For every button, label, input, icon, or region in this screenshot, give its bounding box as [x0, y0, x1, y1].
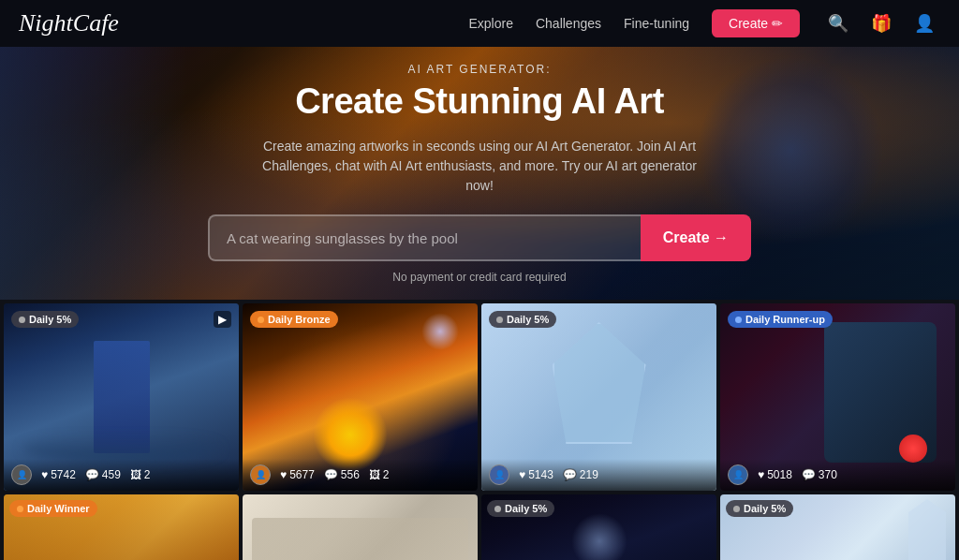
hero-description: Create amazing artworks in seconds using… [255, 137, 704, 196]
badge-dot-7 [494, 506, 501, 512]
comments-1: 💬 459 [85, 468, 121, 481]
avatar-1: 👤 [11, 464, 32, 485]
gallery-item-1[interactable]: Daily 5% ▶ 👤 ♥ 5742 💬 459 🖼 2 [4, 303, 239, 491]
profile-icon: 👤 [914, 13, 935, 34]
likes-count-4: 5018 [767, 468, 792, 481]
likes-count-1: 5742 [51, 468, 76, 481]
gallery-item-5[interactable]: Daily Winner [4, 494, 239, 560]
badge-label-7: Daily 5% [505, 503, 547, 514]
hero-search-bar: Create → [208, 214, 751, 261]
avatar-4: 👤 [728, 464, 748, 485]
badge-label-4: Daily Runner-up [745, 314, 825, 325]
create-nav-button[interactable]: Create ✏ [712, 9, 800, 37]
brand-logo[interactable]: NightCafe [19, 9, 119, 37]
gift-button[interactable]: 🎁 [865, 7, 897, 39]
likes-4: ♥ 5018 [758, 468, 792, 481]
heart-icon-2: ♥ [280, 468, 287, 481]
likes-count-2: 5677 [289, 468, 315, 481]
badge-daily-5-7: Daily 5% [487, 500, 554, 517]
likes-2: ♥ 5677 [280, 468, 315, 481]
badge-dot-1 [19, 317, 25, 323]
prompt-input[interactable] [208, 214, 641, 261]
search-button[interactable]: 🔍 [822, 7, 854, 39]
badge-label-2: Daily Bronze [268, 314, 331, 325]
nav-icon-group: 🔍 🎁 👤 [822, 7, 940, 39]
image-icon-1: 🖼 [130, 468, 141, 481]
comments-2: 💬 556 [324, 468, 360, 481]
gallery-item-2[interactable]: Daily Bronze 👤 ♥ 5677 💬 556 🖼 2 [243, 303, 478, 491]
badge-daily-5-1: Daily 5% [11, 311, 79, 328]
comments-count-3: 219 [580, 468, 598, 481]
comments-count-2: 556 [341, 468, 360, 481]
hero-content: AI ART GENERATOR: Create Stunning AI Art… [0, 63, 959, 284]
gallery-row-2: Daily Winner Daily 5% [4, 494, 955, 560]
navbar: NightCafe Explore Challenges Fine-tuning… [0, 0, 959, 47]
profile-button[interactable]: 👤 [908, 7, 940, 39]
images-2: 🖼 2 [369, 468, 390, 481]
avatar-3: 👤 [489, 464, 509, 485]
badge-dot-2 [258, 317, 264, 323]
stats-bar-3: 👤 ♥ 5143 💬 219 [481, 459, 716, 491]
heart-icon-1: ♥ [41, 468, 48, 481]
nav-link-explore[interactable]: Explore [469, 16, 513, 31]
badge-dot-3 [496, 317, 503, 323]
images-count-1: 2 [144, 468, 151, 481]
badge-label-1: Daily 5% [29, 314, 71, 325]
images-1: 🖼 2 [130, 468, 151, 481]
comments-count-1: 459 [102, 468, 121, 481]
gift-icon: 🎁 [871, 13, 892, 34]
likes-count-3: 5143 [528, 468, 553, 481]
badge-label-3: Daily 5% [507, 314, 549, 325]
badge-dot-8 [733, 506, 740, 512]
gallery-item-6[interactable] [243, 494, 478, 560]
stats-bar-1: 👤 ♥ 5742 💬 459 🖼 2 [4, 459, 239, 491]
comments-3: 💬 219 [563, 468, 598, 481]
badge-daily-5-8: Daily 5% [726, 500, 793, 517]
video-icon-1: ▶ [214, 311, 231, 328]
comment-icon-2: 💬 [324, 468, 338, 481]
heart-icon-4: ♥ [758, 468, 764, 481]
gallery-row-1: Daily 5% ▶ 👤 ♥ 5742 💬 459 🖼 2 [4, 303, 955, 491]
badge-runner-up-4: Daily Runner-up [728, 311, 833, 328]
comments-count-4: 370 [819, 468, 837, 481]
stats-bar-4: 👤 ♥ 5018 💬 370 [720, 459, 955, 491]
hero-section: AI ART GENERATOR: Create Stunning AI Art… [0, 47, 959, 300]
comment-icon-3: 💬 [563, 468, 577, 481]
badge-daily-5-3: Daily 5% [489, 311, 556, 328]
badge-winner-5: Daily Winner [9, 500, 97, 517]
gallery-item-8[interactable]: Daily 5% [720, 494, 955, 560]
badge-bronze-2: Daily Bronze [250, 311, 338, 328]
badge-dot-5 [17, 506, 23, 512]
image-icon-2: 🖼 [369, 468, 380, 481]
avatar-2: 👤 [250, 464, 271, 485]
images-count-2: 2 [383, 468, 390, 481]
badge-label-8: Daily 5% [744, 503, 786, 514]
likes-1: ♥ 5742 [41, 468, 76, 481]
comment-icon-4: 💬 [802, 468, 816, 481]
hero-title: Create Stunning AI Art [0, 81, 959, 122]
gallery: Daily 5% ▶ 👤 ♥ 5742 💬 459 🖼 2 [0, 300, 959, 560]
stats-bar-2: 👤 ♥ 5677 💬 556 🖼 2 [243, 459, 478, 491]
search-icon: 🔍 [828, 13, 848, 34]
nav-link-fine-tuning[interactable]: Fine-tuning [624, 16, 689, 31]
hero-note: No payment or credit card required [0, 271, 959, 284]
create-hero-button[interactable]: Create → [641, 214, 751, 261]
nav-links: Explore Challenges Fine-tuning Create ✏ … [469, 7, 941, 39]
gallery-item-7[interactable]: Daily 5% [481, 494, 716, 560]
badge-label-5: Daily Winner [27, 503, 90, 514]
badge-dot-4 [735, 317, 742, 323]
gallery-item-4[interactable]: Daily Runner-up 👤 ♥ 5018 💬 370 [720, 303, 955, 491]
heart-icon-3: ♥ [519, 468, 525, 481]
gallery-item-3[interactable]: Daily 5% 👤 ♥ 5143 💬 219 [481, 303, 716, 491]
likes-3: ♥ 5143 [519, 468, 553, 481]
comments-4: 💬 370 [802, 468, 837, 481]
comment-icon-1: 💬 [85, 468, 99, 481]
hero-subtitle: AI ART GENERATOR: [0, 63, 959, 76]
nav-link-challenges[interactable]: Challenges [536, 16, 601, 31]
